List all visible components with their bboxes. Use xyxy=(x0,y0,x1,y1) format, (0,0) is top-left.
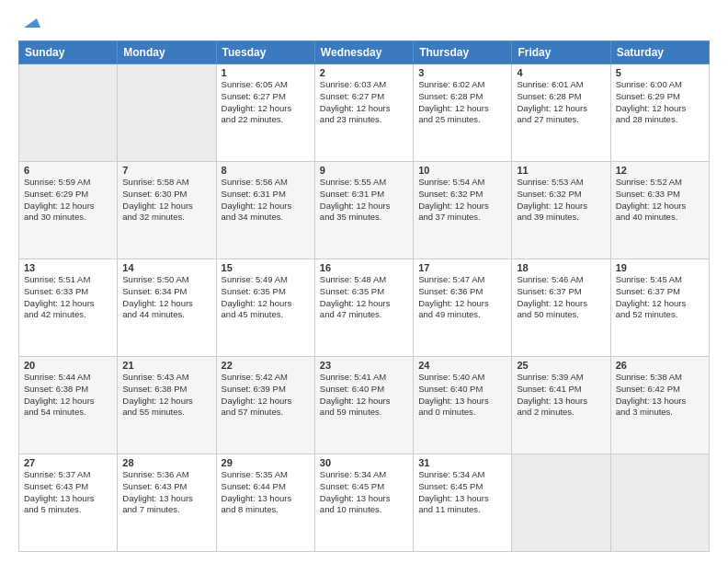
day-number: 7 xyxy=(122,165,210,176)
calendar-cell: 13Sunrise: 5:51 AM Sunset: 6:33 PM Dayli… xyxy=(19,259,118,357)
cell-content: Sunrise: 5:49 AM Sunset: 6:35 PM Dayligh… xyxy=(222,274,310,321)
day-number: 8 xyxy=(222,165,310,176)
cell-content: Sunrise: 5:42 AM Sunset: 6:39 PM Dayligh… xyxy=(222,372,310,419)
calendar-table: Sunday Monday Tuesday Wednesday Thursday… xyxy=(18,40,710,552)
day-number: 19 xyxy=(616,262,704,273)
logo xyxy=(18,15,40,31)
week-row-3: 13Sunrise: 5:51 AM Sunset: 6:33 PM Dayli… xyxy=(19,259,710,357)
cell-content: Sunrise: 6:00 AM Sunset: 6:29 PM Dayligh… xyxy=(616,79,704,126)
calendar-cell: 26Sunrise: 5:38 AM Sunset: 6:42 PM Dayli… xyxy=(610,357,709,454)
week-row-1: 1Sunrise: 6:05 AM Sunset: 6:27 PM Daylig… xyxy=(19,64,710,162)
calendar-cell xyxy=(118,64,216,162)
cell-content: Sunrise: 5:40 AM Sunset: 6:40 PM Dayligh… xyxy=(418,372,506,419)
day-number: 11 xyxy=(517,165,605,176)
day-number: 14 xyxy=(122,262,210,273)
day-number: 2 xyxy=(320,67,408,78)
cell-content: Sunrise: 5:34 AM Sunset: 6:45 PM Dayligh… xyxy=(418,469,506,516)
calendar-cell: 5Sunrise: 6:00 AM Sunset: 6:29 PM Daylig… xyxy=(610,64,709,162)
cell-content: Sunrise: 6:02 AM Sunset: 6:28 PM Dayligh… xyxy=(418,79,506,126)
cell-content: Sunrise: 5:52 AM Sunset: 6:33 PM Dayligh… xyxy=(616,177,704,224)
calendar-cell: 4Sunrise: 6:01 AM Sunset: 6:28 PM Daylig… xyxy=(512,64,610,162)
day-number: 31 xyxy=(418,457,506,468)
page: Sunday Monday Tuesday Wednesday Thursday… xyxy=(0,0,728,563)
day-number: 18 xyxy=(517,262,605,273)
cell-content: Sunrise: 5:38 AM Sunset: 6:42 PM Dayligh… xyxy=(616,372,704,419)
col-thursday: Thursday xyxy=(414,41,512,64)
day-number: 10 xyxy=(418,165,506,176)
cell-content: Sunrise: 5:56 AM Sunset: 6:31 PM Dayligh… xyxy=(222,177,310,224)
cell-content: Sunrise: 6:05 AM Sunset: 6:27 PM Dayligh… xyxy=(222,79,310,126)
cell-content: Sunrise: 5:46 AM Sunset: 6:37 PM Dayligh… xyxy=(517,274,605,321)
calendar-cell: 30Sunrise: 5:34 AM Sunset: 6:45 PM Dayli… xyxy=(314,454,413,552)
cell-content: Sunrise: 5:51 AM Sunset: 6:33 PM Dayligh… xyxy=(24,274,112,321)
cell-content: Sunrise: 5:48 AM Sunset: 6:35 PM Dayligh… xyxy=(320,274,408,321)
calendar-cell: 15Sunrise: 5:49 AM Sunset: 6:35 PM Dayli… xyxy=(216,259,314,357)
cell-content: Sunrise: 6:01 AM Sunset: 6:28 PM Dayligh… xyxy=(517,79,605,126)
cell-content: Sunrise: 5:36 AM Sunset: 6:43 PM Dayligh… xyxy=(122,469,210,516)
calendar-cell: 29Sunrise: 5:35 AM Sunset: 6:44 PM Dayli… xyxy=(216,454,314,552)
calendar-cell: 8Sunrise: 5:56 AM Sunset: 6:31 PM Daylig… xyxy=(216,162,314,259)
calendar-cell: 6Sunrise: 5:59 AM Sunset: 6:29 PM Daylig… xyxy=(19,162,118,259)
calendar-cell xyxy=(512,454,610,552)
col-wednesday: Wednesday xyxy=(314,41,413,64)
day-number: 26 xyxy=(616,360,704,371)
cell-content: Sunrise: 5:54 AM Sunset: 6:32 PM Dayligh… xyxy=(418,177,506,224)
week-row-2: 6Sunrise: 5:59 AM Sunset: 6:29 PM Daylig… xyxy=(19,162,710,259)
calendar-cell: 16Sunrise: 5:48 AM Sunset: 6:35 PM Dayli… xyxy=(314,259,413,357)
header xyxy=(18,15,710,31)
calendar-cell: 27Sunrise: 5:37 AM Sunset: 6:43 PM Dayli… xyxy=(19,454,118,552)
cell-content: Sunrise: 5:43 AM Sunset: 6:38 PM Dayligh… xyxy=(122,372,210,419)
cell-content: Sunrise: 5:55 AM Sunset: 6:31 PM Dayligh… xyxy=(320,177,408,224)
calendar-cell: 3Sunrise: 6:02 AM Sunset: 6:28 PM Daylig… xyxy=(414,64,512,162)
day-number: 15 xyxy=(222,262,310,273)
day-number: 13 xyxy=(24,262,112,273)
day-number: 9 xyxy=(320,165,408,176)
day-number: 22 xyxy=(222,360,310,371)
cell-content: Sunrise: 5:39 AM Sunset: 6:41 PM Dayligh… xyxy=(517,372,605,419)
calendar-cell: 22Sunrise: 5:42 AM Sunset: 6:39 PM Dayli… xyxy=(216,357,314,454)
calendar-cell: 10Sunrise: 5:54 AM Sunset: 6:32 PM Dayli… xyxy=(414,162,512,259)
calendar-cell: 14Sunrise: 5:50 AM Sunset: 6:34 PM Dayli… xyxy=(118,259,216,357)
calendar-cell: 19Sunrise: 5:45 AM Sunset: 6:37 PM Dayli… xyxy=(610,259,709,357)
cell-content: Sunrise: 5:47 AM Sunset: 6:36 PM Dayligh… xyxy=(418,274,506,321)
header-row: Sunday Monday Tuesday Wednesday Thursday… xyxy=(19,41,710,64)
cell-content: Sunrise: 5:59 AM Sunset: 6:29 PM Dayligh… xyxy=(24,177,112,224)
cell-content: Sunrise: 5:44 AM Sunset: 6:38 PM Dayligh… xyxy=(24,372,112,419)
calendar-cell: 1Sunrise: 6:05 AM Sunset: 6:27 PM Daylig… xyxy=(216,64,314,162)
cell-content: Sunrise: 5:50 AM Sunset: 6:34 PM Dayligh… xyxy=(122,274,210,321)
col-monday: Monday xyxy=(118,41,216,64)
calendar-cell: 2Sunrise: 6:03 AM Sunset: 6:27 PM Daylig… xyxy=(314,64,413,162)
calendar-cell: 23Sunrise: 5:41 AM Sunset: 6:40 PM Dayli… xyxy=(314,357,413,454)
day-number: 28 xyxy=(122,457,210,468)
cell-content: Sunrise: 5:35 AM Sunset: 6:44 PM Dayligh… xyxy=(222,469,310,516)
calendar-cell xyxy=(19,64,118,162)
cell-content: Sunrise: 5:45 AM Sunset: 6:37 PM Dayligh… xyxy=(616,274,704,321)
day-number: 24 xyxy=(418,360,506,371)
week-row-4: 20Sunrise: 5:44 AM Sunset: 6:38 PM Dayli… xyxy=(19,357,710,454)
calendar-cell: 17Sunrise: 5:47 AM Sunset: 6:36 PM Dayli… xyxy=(414,259,512,357)
calendar-cell: 20Sunrise: 5:44 AM Sunset: 6:38 PM Dayli… xyxy=(19,357,118,454)
cell-content: Sunrise: 5:37 AM Sunset: 6:43 PM Dayligh… xyxy=(24,469,112,516)
cell-content: Sunrise: 5:58 AM Sunset: 6:30 PM Dayligh… xyxy=(122,177,210,224)
calendar-cell: 11Sunrise: 5:53 AM Sunset: 6:32 PM Dayli… xyxy=(512,162,610,259)
calendar-cell: 7Sunrise: 5:58 AM Sunset: 6:30 PM Daylig… xyxy=(118,162,216,259)
cell-content: Sunrise: 5:34 AM Sunset: 6:45 PM Dayligh… xyxy=(320,469,408,516)
day-number: 27 xyxy=(24,457,112,468)
day-number: 21 xyxy=(122,360,210,371)
col-friday: Friday xyxy=(512,41,610,64)
day-number: 5 xyxy=(616,67,704,78)
calendar-cell: 24Sunrise: 5:40 AM Sunset: 6:40 PM Dayli… xyxy=(414,357,512,454)
day-number: 30 xyxy=(320,457,408,468)
calendar-cell xyxy=(610,454,709,552)
col-saturday: Saturday xyxy=(610,41,709,64)
cell-content: Sunrise: 5:53 AM Sunset: 6:32 PM Dayligh… xyxy=(517,177,605,224)
cell-content: Sunrise: 5:41 AM Sunset: 6:40 PM Dayligh… xyxy=(320,372,408,419)
calendar-cell: 25Sunrise: 5:39 AM Sunset: 6:41 PM Dayli… xyxy=(512,357,610,454)
day-number: 4 xyxy=(517,67,605,78)
day-number: 17 xyxy=(418,262,506,273)
svg-marker-0 xyxy=(24,18,40,28)
calendar-cell: 21Sunrise: 5:43 AM Sunset: 6:38 PM Dayli… xyxy=(118,357,216,454)
day-number: 25 xyxy=(517,360,605,371)
day-number: 3 xyxy=(418,67,506,78)
col-tuesday: Tuesday xyxy=(216,41,314,64)
